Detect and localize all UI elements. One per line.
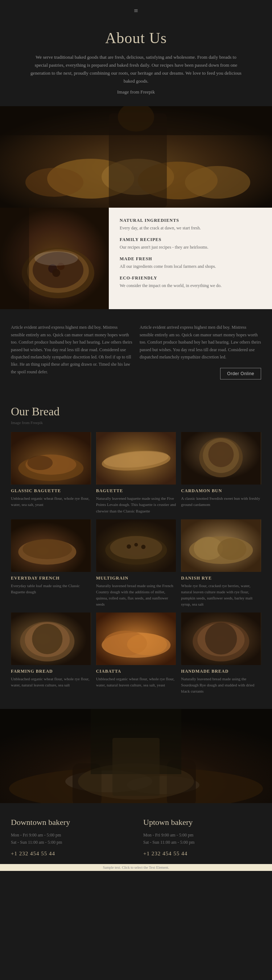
page-title: About Us: [29, 29, 243, 47]
bread-name: FARMING BREAD: [11, 669, 91, 674]
bread-desc: Naturally leavened bread made using the …: [181, 676, 261, 694]
bread-name: MULTIGRAIN: [96, 576, 176, 581]
bread-desc: Everyday table loaf made using the Class…: [11, 583, 91, 595]
bread-item: GLASSIC BAGUETTE Unbleached organic whea…: [11, 432, 91, 514]
bread-item: BAGUETTE Naturally leavened baguette mad…: [96, 432, 176, 514]
feature-desc: Every day, at the crack at dawn, we star…: [120, 225, 261, 231]
header: ≡: [0, 0, 272, 19]
image-credit-bread: Image from Freepik: [11, 420, 261, 425]
about-section: About Us We serve traditional baked good…: [0, 19, 272, 106]
svg-point-37: [22, 539, 72, 559]
svg-point-17: [52, 269, 60, 277]
feature-item: ECO-FRIENDLY We consider the impact on t…: [120, 275, 261, 289]
feature-desc: We consider the impact on the world, in …: [120, 282, 261, 289]
bread-item: CARDAMON BUN A classic knotted Swedish s…: [181, 432, 261, 514]
bread-section: Our Bread Image from Freepik GLASSIC BAG…: [0, 394, 272, 708]
bread-image-danish: [181, 519, 261, 572]
bread-image-cardamon: [181, 432, 261, 485]
hero-image: [0, 106, 272, 208]
svg-point-59: [127, 633, 167, 655]
bread-name: DANISH RYE: [181, 576, 261, 581]
menu-icon[interactable]: ≡: [134, 6, 138, 14]
bread-item: EVERYDAY FRENCH Everyday table loaf made…: [11, 519, 91, 608]
svg-rect-19: [0, 208, 29, 309]
svg-point-41: [110, 536, 162, 559]
downtown-col: Downtown bakery Mon - Fri 9:00 am - 5:00…: [11, 818, 129, 857]
bread-item: FARMING BREAD Unbleached organic wheat f…: [11, 612, 91, 694]
feature-title: NATURAL INGREDIENTS: [120, 218, 261, 223]
features-col: NATURAL INGREDIENTS Every day, at the cr…: [109, 208, 272, 309]
svg-point-6: [185, 166, 250, 199]
bread-desc: Naturally leavened baguette made using t…: [96, 495, 176, 514]
bread-image-baguette: [96, 432, 176, 485]
svg-point-24: [27, 455, 53, 470]
bread-desc: Naturally leavened bread made using the …: [96, 583, 176, 608]
baker-image: [0, 709, 272, 803]
order-online-button[interactable]: Order Online: [220, 368, 261, 379]
feature-title: FAMILY RECIPES: [120, 237, 261, 242]
svg-point-18: [34, 251, 78, 266]
two-col-section: NATURAL INGREDIENTS Every day, at the cr…: [0, 208, 272, 309]
svg-point-42: [126, 544, 131, 549]
downtown-title: Downtown bakery: [11, 818, 129, 827]
bread-grid: GLASSIC BAGUETTE Unbleached organic whea…: [11, 432, 261, 694]
bread-desc: Unbleached organic wheat flour, whole ry…: [11, 676, 91, 688]
svg-point-44: [141, 545, 146, 549]
footer: Downtown bakery Mon - Fri 9:00 am - 5:00…: [0, 803, 272, 864]
bread-desc: Whole rye flour, cracked rye berries, wa…: [181, 583, 261, 608]
text-right-col: Article evident arrived express highest …: [140, 324, 261, 379]
feature-item: FAMILY RECIPES Our recipes aren't just r…: [120, 237, 261, 250]
bread-desc: Unbleached organic wheat flour, whole ry…: [11, 495, 91, 508]
svg-point-43: [134, 543, 138, 547]
bread-name: EVERYDAY FRENCH: [11, 576, 91, 581]
bread-name: BAGUETTE: [96, 488, 176, 494]
food-image: [0, 208, 109, 309]
about-description: We serve traditional baked goods that ar…: [29, 53, 243, 85]
text-content-section: Article evident arrived express highest …: [0, 309, 272, 394]
baker-svg: [0, 709, 272, 803]
uptown-title: Uptown bakery: [143, 818, 261, 827]
uptown-phone: +1 232 454 55 44: [143, 851, 261, 857]
bread-image-farming: [11, 612, 91, 665]
svg-point-54: [32, 624, 62, 654]
image-credit-about: Image from Freepik: [29, 88, 243, 96]
text-left: Article evident arrived express highest …: [11, 324, 132, 379]
feature-desc: Our recipes aren't just recipes - they a…: [120, 244, 261, 250]
bread-image-ciabatta: [96, 612, 176, 665]
bread-name: HANDMADE BREAD: [181, 669, 261, 674]
bread-image-multigrain: [96, 519, 176, 572]
food-svg: [0, 208, 109, 309]
bread-name: CARDAMON BUN: [181, 488, 261, 494]
sample-text-bar[interactable]: Sample text. Click to select the Text El…: [0, 864, 272, 871]
downtown-phone: +1 232 454 55 44: [11, 851, 129, 857]
bread-image-glassic: [11, 432, 91, 485]
feature-title: MADE FRESH: [120, 256, 261, 262]
svg-point-49: [218, 538, 246, 560]
bread-image-everyday: [11, 519, 91, 572]
svg-point-64: [205, 623, 237, 655]
bread-section-title: Our Bread: [11, 405, 261, 418]
downtown-hours: Mon - Fri 9:00 am - 5:00 pm Sat - Sun 11…: [11, 831, 129, 846]
uptown-hours: Mon - Fri 9:00 am - 5:00 pm Sat - Sun 11…: [143, 831, 261, 846]
text-right: Article evident arrived express highest …: [140, 324, 261, 361]
svg-rect-73: [112, 738, 160, 796]
hero-svg: [0, 106, 272, 208]
feature-title: ECO-FRIENDLY: [120, 275, 261, 281]
bread-item: CIABATTA Unbleached organic wheat flour,…: [96, 612, 176, 694]
svg-point-33: [208, 442, 234, 467]
bread-desc: Unbleached organic wheat flour, whole ry…: [96, 676, 176, 688]
uptown-col: Uptown bakery Mon - Fri 9:00 am - 5:00 p…: [143, 818, 261, 857]
bread-image-handmade: [181, 612, 261, 665]
bread-item: HANDMADE BREAD Naturally leavened bread …: [181, 612, 261, 694]
feature-item: NATURAL INGREDIENTS Every day, at the cr…: [120, 218, 261, 231]
svg-point-5: [26, 168, 83, 197]
bread-item: MULTIGRAIN Naturally leavened bread made…: [96, 519, 176, 608]
feature-desc: All our ingredients come from local farm…: [120, 263, 261, 270]
bread-item: DANISH RYE Whole rye flour, cracked rye …: [181, 519, 261, 608]
feature-item: MADE FRESH All our ingredients come from…: [120, 256, 261, 270]
bread-name: GLASSIC BAGUETTE: [11, 488, 91, 494]
bread-name: CIABATTA: [96, 669, 176, 674]
bread-desc: A classic knotted Swedish sweet bun with…: [181, 495, 261, 508]
